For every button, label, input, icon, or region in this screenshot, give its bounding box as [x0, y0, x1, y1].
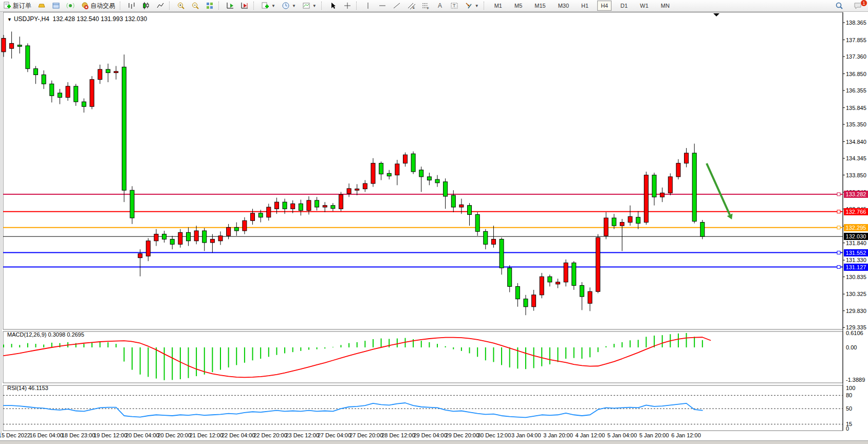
candle [676, 159, 680, 179]
signals-button[interactable] [64, 1, 77, 10]
price-axis-label: 134.345 [846, 155, 866, 162]
price-axis-label: 130.835 [846, 273, 866, 280]
vertical-line-tool-button[interactable] [361, 1, 375, 10]
time-axis-label: 27 Dec 20:00 [349, 432, 383, 438]
auto-trading-icon [81, 2, 89, 10]
svg-text:E: E [413, 6, 415, 9]
auto-scroll-button[interactable] [224, 1, 237, 10]
new-chart-icon [261, 2, 269, 10]
bar-chart-button[interactable] [125, 1, 138, 10]
new-chart-button[interactable]: ▼ [258, 1, 278, 10]
candle [387, 170, 391, 179]
candle [42, 70, 46, 89]
time-axis-label: 29 Dec 20:00 [446, 432, 479, 438]
price-axis-label: 137.855 [846, 36, 866, 43]
macd-axis-label: 0.6106 [846, 329, 863, 336]
search-button[interactable] [833, 1, 846, 10]
time-axis-label: 15 Dec 2022 [0, 432, 30, 438]
candle [50, 81, 54, 103]
arrows-tool-button[interactable]: ▼ [462, 1, 482, 10]
bar-chart-icon [127, 2, 136, 10]
candle [227, 224, 231, 239]
hline-price-label: 131.552 [844, 249, 868, 256]
timeframe-button-mn[interactable]: MN [657, 1, 673, 11]
candle [700, 220, 705, 239]
timeframe-button-h4[interactable]: H4 [597, 1, 612, 11]
candle [475, 212, 479, 236]
gold-bar-icon [38, 2, 46, 10]
zoom-in-button[interactable] [174, 1, 188, 10]
toolbar-separator [169, 2, 172, 10]
candle [26, 43, 30, 72]
chart-shift-button[interactable] [238, 1, 251, 10]
candle [114, 66, 118, 79]
trendline-tool-button[interactable] [390, 1, 403, 10]
time-axis-label: 27 Dec 04:00 [318, 432, 351, 438]
candle [515, 283, 520, 307]
chat-button[interactable]: 1 [851, 1, 864, 10]
channel-tool-button[interactable]: E [404, 1, 418, 10]
price-axis-label: 129.830 [846, 307, 866, 314]
text-label-tool-button[interactable]: T [448, 1, 461, 10]
close-value: 132.030 [125, 15, 147, 23]
candle [685, 148, 689, 167]
chevron-down-icon[interactable]: ▼ [7, 17, 12, 22]
timeframe-button-m15[interactable]: M15 [531, 1, 549, 11]
timeframe-button-m30[interactable]: M30 [555, 1, 572, 11]
timeframe-button-h1[interactable]: H1 [578, 1, 592, 11]
candle [620, 219, 624, 251]
fibonacci-tool-button[interactable]: F [419, 1, 432, 10]
cursor-tool-button[interactable] [326, 1, 340, 10]
zoom-in-icon [177, 2, 185, 10]
time-axis-label: 18 Dec 23:00 [62, 432, 95, 438]
horizontal-line-tool-button[interactable] [376, 1, 389, 10]
chart-canvas[interactable] [0, 12, 868, 440]
timeframe-button-w1[interactable]: W1 [636, 1, 652, 11]
period-clock-icon [282, 2, 290, 10]
time-axis-label: 30 Dec 12:00 [477, 432, 511, 438]
auto-trading-button[interactable]: 自动交易 [78, 1, 118, 10]
mt4-terminal-window: 新订单自动交易▼▼▼EFAT▼M1M5M15M30H1H4D1W1MN 1 ▼U… [0, 0, 868, 444]
timeframe-button-m5[interactable]: M5 [511, 1, 526, 11]
text-tool-button[interactable]: A [433, 1, 447, 10]
quotes-button[interactable] [35, 1, 48, 10]
line-chart-button[interactable] [154, 1, 167, 10]
chevron-down-icon: ▼ [312, 4, 317, 8]
svg-text:F: F [427, 7, 429, 10]
candle [419, 166, 423, 192]
macd-indicator-label: MACD(12,26,9) 0.3098 0.2695 [7, 331, 84, 338]
price-axis-label: 133.850 [846, 172, 866, 178]
timeframe-button-d1[interactable]: D1 [617, 1, 631, 11]
candle [403, 153, 408, 167]
fibonacci-icon: F [421, 2, 430, 10]
chevron-down-icon: ▼ [292, 4, 296, 8]
main-toolbar: 新订单自动交易▼▼▼EFAT▼M1M5M15M30H1H4D1W1MN [0, 0, 868, 12]
market-window-icon [52, 2, 60, 10]
price-axis-label: 136.850 [846, 70, 866, 77]
symbol-ohlc-line: ▼USDJPY-,H4 132.428 132.540 131.993 132.… [7, 15, 147, 23]
new-order-button[interactable]: 新订单 [1, 1, 34, 10]
candlestick-chart-button[interactable] [139, 1, 153, 10]
time-axis-label: 4 Jan 12:00 [576, 432, 605, 438]
crosshair-tool-button[interactable] [341, 1, 354, 10]
price-axis-label: 135.845 [846, 104, 866, 111]
candle [210, 234, 214, 253]
candle [202, 228, 207, 251]
templates-button[interactable]: ▼ [300, 1, 319, 10]
candle [347, 183, 351, 197]
toolbar-separator [484, 2, 487, 10]
market-watch-button[interactable] [49, 1, 63, 10]
price-axis-label: 131.330 [846, 257, 866, 264]
new-order-button-label: 新订单 [13, 2, 31, 10]
time-axis-label: 5 Jan 20:00 [639, 432, 669, 438]
candle [98, 65, 102, 84]
periods-button[interactable]: ▼ [279, 1, 299, 10]
zoom-out-button[interactable] [189, 1, 202, 10]
time-axis-label: 20 Dec 04:00 [125, 432, 159, 438]
candle [146, 238, 150, 261]
auto-trading-button-label: 自动交易 [90, 2, 115, 10]
tile-windows-button[interactable] [203, 1, 216, 10]
timeframe-button-m1[interactable]: M1 [491, 1, 506, 11]
candle [427, 173, 431, 185]
candle [218, 231, 223, 245]
